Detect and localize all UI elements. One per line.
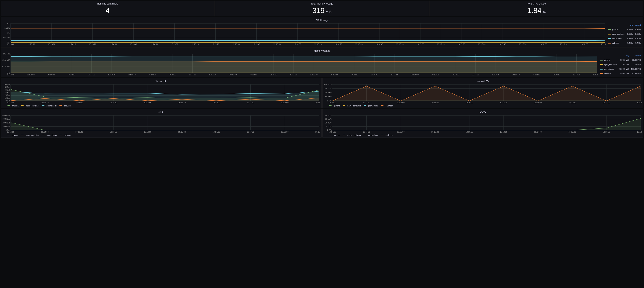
svg-text:1%: 1% [7,32,10,34]
svg-text:100 kB/s: 100 kB/s [2,125,10,128]
stat-total-memory[interactable]: Total Memory Usage 319MiB [215,1,429,16]
legend-row[interactable]: grafana0.19%0.18% [607,27,642,32]
legend-item[interactable]: prometheus [42,134,56,136]
svg-text:19:17:00: 19:17:00 [411,74,418,76]
legend-item[interactable]: cadvisor [381,105,393,107]
svg-text:19:17:30: 19:17:30 [568,102,576,104]
legend-item[interactable]: nginx_container [343,134,361,136]
svg-text:19:18:00: 19:18:00 [603,131,610,133]
svg-text:2%: 2% [7,23,10,24]
memory-legend[interactable]: avgcurrentgrafana93.95 MiB92.93 MiBnginx… [599,53,642,76]
io-tx-legend[interactable]: grafananginx_containerprometheuscadvisor [324,133,642,136]
legend-header[interactable]: avg [626,23,634,27]
svg-text:19:18:00: 19:18:00 [281,102,288,104]
svg-text:19:18:10: 19:18:10 [553,74,560,76]
svg-text:19:14:30: 19:14:30 [363,131,370,133]
svg-text:19:16:20: 19:16:20 [335,43,342,45]
legend-item[interactable]: prometheus [42,105,56,107]
io-rx-panel[interactable]: I/O Rx 0 B/s100 kB/s200 kB/s300 kB/s400 … [1,109,322,138]
legend-header[interactable]: current [630,53,642,58]
svg-text:19:15:00: 19:15:00 [171,43,178,45]
svg-text:19:17:10: 19:17:10 [432,74,439,76]
svg-text:19:18:00: 19:18:00 [532,74,540,76]
svg-text:19:18:10: 19:18:10 [560,43,568,45]
svg-text:19:15:50: 19:15:50 [273,43,281,45]
panel-title: I/O Tx [324,110,642,115]
svg-text:19:16:40: 19:16:40 [371,74,378,76]
stat-running-containers[interactable]: Running containers 4 [1,1,214,16]
svg-text:19:18:00: 19:18:00 [281,131,288,133]
svg-text:5 kB/s: 5 kB/s [4,86,10,88]
io-rx-chart[interactable]: 0 B/s100 kB/s200 kB/s300 kB/s400 kB/s19:… [2,115,320,133]
svg-text:95.4 MiB: 95.4 MiB [2,59,10,61]
cpu-usage-panel[interactable]: CPU Usage 0%0.500%1%1.50%2%19:13:4019:13… [1,17,643,47]
svg-text:19:15:00: 19:15:00 [397,102,404,104]
svg-text:19:16:00: 19:16:00 [294,43,301,45]
legend-item[interactable]: grafana [329,134,340,136]
svg-text:19:15:20: 19:15:20 [212,43,219,45]
legend-item[interactable]: grafana [329,105,340,107]
svg-text:1.50%: 1.50% [4,27,10,29]
svg-text:19:16:00: 19:16:00 [290,74,297,76]
legend-header[interactable]: current [634,23,642,27]
network-tx-chart[interactable]: 0 B/s50 kB/s100 kB/s150 kB/s200 kB/s19:1… [324,84,642,104]
svg-text:19:14:30: 19:14:30 [41,131,49,133]
svg-text:19:14:30: 19:14:30 [363,102,370,104]
network-tx-panel[interactable]: Network Tx 0 B/s50 kB/s100 kB/s150 kB/s2… [322,78,643,108]
legend-row[interactable]: nginx_container0.00%0.00% [607,32,642,36]
cpu-chart[interactable]: 0%0.500%1%1.50%2%19:13:4019:13:5019:14:0… [2,23,606,45]
svg-text:19:15:30: 19:15:30 [432,131,439,133]
legend-row[interactable]: cadvisor1.48%1.47% [607,41,642,45]
legend-row[interactable]: grafana93.95 MiB92.93 MiB [599,58,642,62]
stat-total-cpu[interactable]: Total CPU Usage 1.84% [430,1,643,16]
svg-text:19:14:40: 19:14:40 [130,43,137,45]
legend-item[interactable]: nginx_container [343,105,361,107]
svg-text:19:16:00: 19:16:00 [144,102,152,104]
panel-title: Network Rx [2,79,320,84]
svg-text:19:15:30: 19:15:30 [229,74,237,76]
network-rx-chart[interactable]: 0 B/s1 kB/s2 kB/s3 kB/s4 kB/s5 kB/s6 kB/… [2,84,320,104]
svg-text:0.500%: 0.500% [4,36,10,38]
svg-text:19:15:00: 19:15:00 [169,74,176,76]
svg-text:19:13:40: 19:13:40 [7,43,14,45]
io-tx-panel[interactable]: I/O Tx 0 B/s5 kB/s10 kB/s15 kB/s20 kB/s1… [322,109,643,138]
legend-item[interactable]: nginx_container [21,134,39,136]
legend-item[interactable]: nginx_container [21,105,39,107]
svg-text:19:18:20: 19:18:20 [573,74,580,76]
svg-text:19:13:50: 19:13:50 [28,43,35,45]
legend-header[interactable]: avg [618,53,630,58]
legend-row[interactable]: nginx_container2.14 MiB2.14 MiB [599,62,642,67]
legend-item[interactable]: cadvisor [381,134,393,136]
io-rx-legend[interactable]: grafananginx_containerprometheuscadvisor [2,133,320,136]
stat-title: Running containers [2,2,213,5]
network-tx-legend[interactable]: grafananginx_containerprometheuscadvisor [324,104,642,107]
svg-text:19:18:30: 19:18:30 [593,74,598,76]
stat-value: 4 [106,6,110,14]
svg-text:19:16:50: 19:16:50 [391,74,398,76]
legend-row[interactable]: prometheus0.21%0.20% [607,36,642,41]
svg-text:19:18:00: 19:18:00 [540,43,547,45]
svg-text:100 kB/s: 100 kB/s [324,92,332,94]
legend-item[interactable]: grafana [8,134,18,136]
network-rx-legend[interactable]: grafananginx_containerprometheuscadvisor [2,104,320,107]
legend-item[interactable]: prometheus [364,134,378,136]
svg-text:19:15:50: 19:15:50 [270,74,277,76]
svg-text:19:18:30: 19:18:30 [316,131,320,133]
svg-text:19:17:50: 19:17:50 [519,43,526,45]
cpu-legend[interactable]: avgcurrentgrafana0.19%0.18%nginx_contain… [607,23,642,45]
svg-text:19:17:30: 19:17:30 [478,43,486,45]
svg-text:10 kB/s: 10 kB/s [325,122,332,124]
network-rx-panel[interactable]: Network Rx 0 B/s1 kB/s2 kB/s3 kB/s4 kB/s… [1,78,322,108]
svg-text:300 kB/s: 300 kB/s [2,118,10,120]
memory-chart[interactable]: 0 B47.7 MiB95.4 MiB143 MiB19:13:4019:13:… [2,53,598,76]
legend-row[interactable]: cadvisor89.54 MiB90.61 MiB [599,71,642,76]
legend-row[interactable]: prometheus128.82 MiB133.00 MiB [599,67,642,71]
legend-item[interactable]: cadvisor [60,134,71,136]
svg-text:19:17:10: 19:17:10 [437,43,444,45]
legend-item[interactable]: cadvisor [60,105,71,107]
legend-item[interactable]: grafana [8,105,18,107]
io-tx-chart[interactable]: 0 B/s5 kB/s10 kB/s15 kB/s20 kB/s19:14:00… [324,115,642,133]
legend-item[interactable]: prometheus [364,105,378,107]
svg-text:19:13:40: 19:13:40 [7,74,14,76]
memory-usage-panel[interactable]: Memory Usage 0 B47.7 MiB95.4 MiB143 MiB1… [1,47,643,77]
